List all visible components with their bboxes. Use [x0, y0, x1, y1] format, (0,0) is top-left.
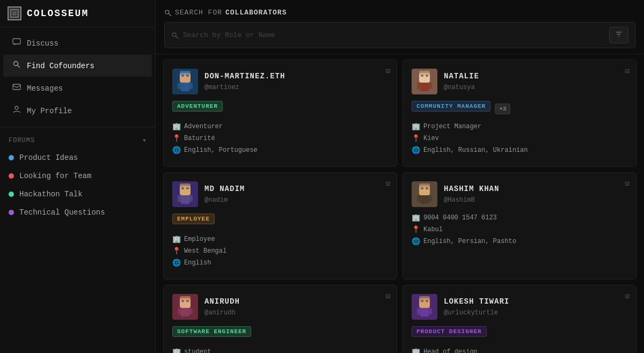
svg-rect-2	[13, 39, 20, 44]
detail-icon: 🏢	[172, 235, 180, 244]
card-identity: LOKESH TIWARI @urluckyturtle	[444, 297, 509, 317]
detail-icon: 📍	[172, 134, 180, 143]
card-name: ANIRUDH	[204, 297, 240, 306]
detail-text: Employee	[184, 236, 215, 243]
forum-dot	[9, 155, 14, 160]
card-detail: 📍 Kabul	[412, 225, 627, 234]
svg-rect-34	[181, 195, 189, 204]
card-name: LOKESH TIWARI	[444, 297, 509, 306]
svg-point-7	[165, 10, 169, 14]
card-detail: 🌐 English, Russian, Ukrainian	[412, 146, 627, 155]
profile-icon	[12, 105, 21, 116]
badge-count: +3	[495, 104, 510, 114]
role-badge: ADVENTURER	[172, 101, 223, 112]
card-detail: 📍 West Bengal	[172, 247, 388, 255]
pin-icon[interactable]: ⊡	[386, 67, 390, 76]
card-header: DON-MARTINEZ.ETH @martinez	[172, 69, 388, 94]
svg-rect-19	[178, 83, 182, 89]
forums-label: FORUMS	[9, 137, 35, 144]
card-header: MD NADIM @nadim	[172, 181, 388, 207]
detail-text: English	[184, 259, 211, 267]
find-icon	[12, 60, 21, 71]
nav-discuss-label: Discuss	[27, 39, 58, 48]
svg-rect-36	[188, 195, 193, 202]
forum-label: Looking for Team	[19, 172, 91, 180]
nav-messages[interactable]: Messages	[3, 77, 152, 99]
card-detail: 📍 Kiev	[412, 134, 627, 143]
detail-icon: 🏢	[412, 214, 419, 222]
filter-icon	[615, 31, 623, 38]
avatar	[172, 181, 198, 207]
role-badge: EMPLOYEE	[172, 214, 215, 224]
pin-icon[interactable]: ⊡	[625, 292, 630, 301]
card-identity: DON-MARTINEZ.ETH @martinez	[204, 72, 285, 92]
detail-text: 9004 0400 1547 6123	[423, 214, 497, 222]
detail-text: student	[184, 348, 211, 353]
pin-icon[interactable]: ⊡	[625, 67, 630, 76]
search-label-highlight: COLLABORATORS	[225, 9, 287, 17]
svg-rect-61	[419, 296, 430, 300]
nav-find-cofounders[interactable]: Find Cofounders	[3, 55, 152, 77]
detail-icon: 📍	[412, 225, 419, 234]
forum-technical-questions[interactable]: Technical Questions	[0, 203, 155, 222]
badges-row: ADVENTURER	[172, 101, 388, 117]
card-name: MD NADIM	[204, 185, 245, 193]
avatar-box	[172, 294, 198, 320]
nav-discuss[interactable]: Discuss	[3, 32, 152, 54]
search-label-plain: SEARCH FOR	[175, 9, 222, 17]
avatar-art	[172, 181, 198, 207]
pin-icon[interactable]: ⊡	[386, 292, 390, 301]
badges-row: EMPLOYEE	[172, 214, 388, 230]
detail-text: Head of design	[423, 348, 478, 353]
sidebar: COLOSSEUM Discuss Find Cofounders	[0, 0, 156, 353]
card-detail: 🏢 Project Manager	[412, 122, 627, 131]
forum-hackathon-talk[interactable]: Hackathon Talk	[0, 185, 155, 203]
detail-icon: 🏢	[412, 122, 419, 131]
forum-product-ideas[interactable]: Product Ideas	[0, 149, 155, 167]
avatar	[412, 294, 437, 320]
profile-card[interactable]: ⊡ LOKESH TIWARI @urluckyturtle	[402, 285, 636, 353]
logo-area: COLOSSEUM	[0, 0, 155, 27]
forum-looking-for-team[interactable]: Looking for Team	[0, 167, 155, 185]
profile-card[interactable]: ⊡ ANIRUDH @anirudh SOFTWARE E	[163, 285, 397, 353]
forums-section: FORUMS ▼ Product Ideas Looking for Team …	[0, 127, 155, 227]
svg-point-3	[14, 62, 18, 66]
profile-card[interactable]: ⊡ MD NADIM @nadim EMPLOYEE	[163, 172, 397, 280]
avatar-box	[172, 69, 198, 94]
search-input[interactable]	[183, 31, 605, 39]
card-identity: HASHIM KHAN @HashimB	[444, 185, 499, 204]
card-detail: 🏢 student	[172, 348, 388, 353]
svg-rect-45	[419, 183, 430, 188]
svg-rect-58	[420, 308, 429, 317]
role-badge: COMMUNITY MANAGER	[412, 101, 491, 112]
card-detail: 🏢 9004 0400 1547 6123	[412, 214, 627, 222]
nav-my-profile[interactable]: My Profile	[3, 100, 152, 122]
svg-rect-1	[12, 11, 17, 16]
avatar-box	[412, 181, 437, 207]
card-handle: @urluckyturtle	[444, 309, 498, 317]
card-detail: 📍 Baturité	[172, 134, 388, 143]
svg-line-8	[169, 13, 171, 16]
pin-icon[interactable]: ⊡	[625, 179, 630, 188]
svg-rect-28	[428, 83, 432, 89]
logo-icon	[8, 6, 21, 20]
main-content: SEARCH FOR COLLABORATORS ⊡	[156, 0, 644, 353]
svg-rect-44	[428, 195, 432, 202]
forum-dot	[9, 173, 14, 179]
filter-button[interactable]	[609, 27, 628, 43]
profile-card[interactable]: ⊡ NATALIE @natusya COMMUNITY	[402, 60, 636, 167]
detail-icon: 🌐	[412, 237, 419, 246]
detail-text: Kabul	[423, 226, 443, 233]
card-handle: @anirudh	[204, 309, 236, 317]
search-bar	[164, 22, 635, 48]
svg-rect-26	[420, 83, 429, 91]
card-detail: 🏢 Adventurer	[172, 122, 388, 131]
detail-text: English, Persian, Pashto	[423, 238, 516, 245]
svg-rect-53	[180, 296, 191, 300]
profile-card[interactable]: ⊡ DON-MARTINEZ.ETH @martinez	[163, 60, 397, 167]
pin-icon[interactable]: ⊡	[386, 179, 390, 188]
card-header: NATALIE @natusya	[412, 69, 627, 94]
profile-card[interactable]: ⊡ HASHIM KHAN @HashimB	[402, 172, 636, 280]
svg-rect-42	[420, 195, 429, 204]
svg-point-6	[15, 106, 18, 109]
